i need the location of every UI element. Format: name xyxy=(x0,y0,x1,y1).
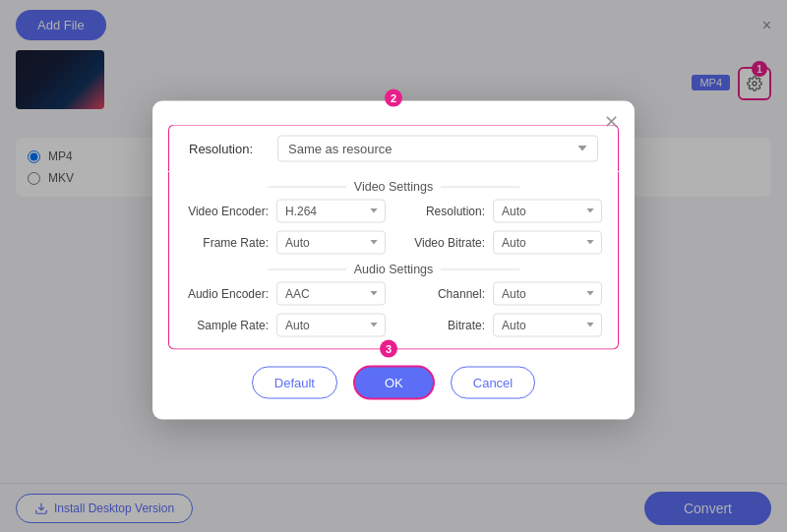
video-encoder-label: Video Encoder: xyxy=(185,204,269,217)
ok-button[interactable]: OK xyxy=(353,365,435,399)
resolution-field-row: Resolution: Auto 1920x1080 1280x720 xyxy=(401,199,602,222)
channel-label: Channel: xyxy=(401,286,485,300)
bitrate-row: Bitrate: Auto 128k 192k 320k xyxy=(401,313,602,336)
audio-settings-grid: Audio Encoder: AAC MP3 AC3 Channel: Auto… xyxy=(179,281,608,336)
audio-settings-title: Audio Settings xyxy=(179,254,608,281)
step3-badge: 3 xyxy=(380,339,397,357)
dialog-footer: 3 Default OK Cancel xyxy=(152,349,635,399)
default-button[interactable]: Default xyxy=(252,366,337,398)
sample-rate-row: Sample Rate: Auto 44100 48000 xyxy=(185,313,386,336)
dialog-close-button[interactable]: ✕ xyxy=(604,110,619,132)
cancel-button[interactable]: Cancel xyxy=(451,366,535,398)
audio-encoder-label: Audio Encoder: xyxy=(185,286,269,300)
channel-row: Channel: Auto Mono Stereo xyxy=(401,281,602,305)
video-settings-title: Video Settings xyxy=(179,171,608,199)
resolution-field-label: Resolution: xyxy=(401,204,485,217)
sample-rate-select[interactable]: Auto 44100 48000 xyxy=(276,313,386,336)
resolution-field-select[interactable]: Auto 1920x1080 1280x720 xyxy=(493,199,602,222)
channel-select[interactable]: Auto Mono Stereo xyxy=(493,281,602,305)
audio-encoder-row: Audio Encoder: AAC MP3 AC3 xyxy=(185,281,386,305)
video-bitrate-select[interactable]: Auto 1000k 2000k xyxy=(493,230,602,254)
video-bitrate-row: Video Bitrate: Auto 1000k 2000k xyxy=(401,230,602,254)
video-encoder-select[interactable]: H.264 H.265 MPEG-4 xyxy=(276,199,386,222)
audio-encoder-select[interactable]: AAC MP3 AC3 xyxy=(276,281,386,305)
frame-rate-label: Frame Rate: xyxy=(185,235,269,249)
sample-rate-label: Sample Rate: xyxy=(185,318,269,331)
settings-dialog: 2 ✕ Resolution: Same as resource 1920x10… xyxy=(152,100,635,419)
resolution-top-select[interactable]: Same as resource 1920x1080 1280x720 854x… xyxy=(277,135,598,161)
resolution-row: Resolution: Same as resource 1920x1080 1… xyxy=(168,124,619,171)
video-encoder-row: Video Encoder: H.264 H.265 MPEG-4 xyxy=(185,199,386,222)
bitrate-label: Bitrate: xyxy=(401,318,485,331)
resolution-top-label: Resolution: xyxy=(189,141,268,155)
frame-rate-select[interactable]: Auto 24 30 60 xyxy=(276,230,386,254)
video-settings-grid: Video Encoder: H.264 H.265 MPEG-4 Resolu… xyxy=(179,199,608,254)
video-bitrate-label: Video Bitrate: xyxy=(401,235,485,249)
dialog-header: ✕ xyxy=(152,100,635,114)
bitrate-select[interactable]: Auto 128k 192k 320k xyxy=(493,313,602,336)
settings-box: Video Settings Video Encoder: H.264 H.26… xyxy=(168,171,619,349)
frame-rate-row: Frame Rate: Auto 24 30 60 xyxy=(185,230,386,254)
